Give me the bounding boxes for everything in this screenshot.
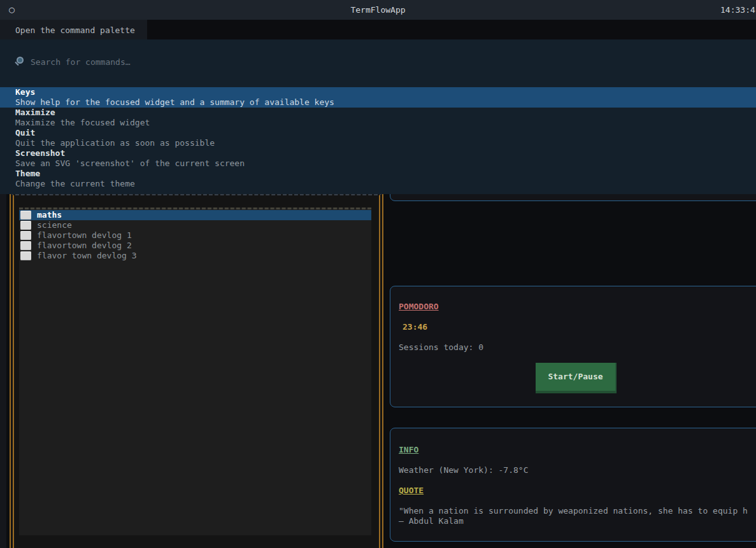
palette-item-description: Show help for the focused widget and a s… <box>15 97 756 108</box>
todo-checkbox[interactable] <box>20 241 31 250</box>
pomodoro-title: POMODORO <box>399 302 439 312</box>
pomodoro-sessions-count: Sessions today: 0 <box>399 342 483 353</box>
palette-item-keys[interactable]: Keys Show help for the focused widget an… <box>0 87 756 108</box>
todo-checkbox[interactable] <box>20 211 31 220</box>
todo-list: maths science flavortown devlog 1 flavor… <box>19 207 371 535</box>
quote-text: "When a nation is surrounded by weaponiz… <box>399 506 748 516</box>
header-clock: 14:33:4 <box>720 5 755 15</box>
palette-list: Keys Show help for the focused widget an… <box>0 87 756 189</box>
quote-attribution: — Abdul Kalam <box>399 516 464 526</box>
palette-item-title: Quit <box>15 128 756 138</box>
palette-item-maximize[interactable]: Maximize Maximize the focused widget <box>0 108 756 128</box>
search-icon <box>17 57 24 64</box>
palette-item-description: Save an SVG 'screenshot' of the current … <box>15 158 756 169</box>
palette-item-description: Quit the application as soon as possible <box>15 138 756 148</box>
todo-item-label: flavor town devlog 3 <box>37 251 137 261</box>
todo-checkbox[interactable] <box>20 221 31 230</box>
palette-item-description: Maximize the focused widget <box>15 118 756 128</box>
tooltip-text: Open the command palette <box>15 25 135 36</box>
todo-item-label: science <box>37 220 72 230</box>
palette-item-title: Screenshot <box>15 148 756 158</box>
todo-item[interactable]: flavortown devlog 2 <box>19 241 371 251</box>
info-widget: INFO Weather (New York): -7.8°C QUOTE "W… <box>390 428 756 542</box>
app-title: TermFlowApp <box>0 5 756 15</box>
palette-item-description: Change the current theme <box>15 179 756 189</box>
todo-item[interactable]: maths <box>19 210 371 220</box>
todo-checkbox[interactable] <box>20 251 31 260</box>
search-input[interactable] <box>31 55 731 69</box>
start-pause-button[interactable]: Start/Pause <box>536 363 617 393</box>
palette-search-row <box>0 55 756 69</box>
todo-item[interactable]: science <box>19 220 371 230</box>
palette-item-screenshot[interactable]: Screenshot Save an SVG 'screenshot' of t… <box>0 148 756 169</box>
todo-item-label: flavortown devlog 1 <box>37 230 132 241</box>
tooltip: Open the command palette <box>0 20 147 39</box>
palette-item-title: Maximize <box>15 108 756 118</box>
left-gutter <box>0 194 6 548</box>
quote-title: QUOTE <box>399 486 424 496</box>
palette-item-title: Keys <box>15 87 756 97</box>
todo-item[interactable]: flavor town devlog 3 <box>19 251 371 261</box>
weather-text: Weather (New York): -7.8°C <box>399 465 529 475</box>
todo-checkbox[interactable] <box>20 231 31 240</box>
todo-item-label: flavortown devlog 2 <box>37 241 132 251</box>
info-title: INFO <box>399 445 418 455</box>
palette-item-title: Theme <box>15 169 756 179</box>
header-bar: ○ TermFlowApp 14:33:4 <box>0 0 756 20</box>
command-palette: Keys Show help for the focused widget an… <box>0 39 756 194</box>
todo-item-label: maths <box>37 210 62 220</box>
pomodoro-widget: POMODORO 23:46 Sessions today: 0 Start/P… <box>390 286 756 407</box>
palette-item-theme[interactable]: Theme Change the current theme <box>0 169 756 189</box>
palette-item-quit[interactable]: Quit Quit the application as soon as pos… <box>0 128 756 148</box>
pomodoro-timer: 23:46 <box>403 322 427 332</box>
todo-item[interactable]: flavortown devlog 1 <box>19 230 371 241</box>
todo-widget: maths science flavortown devlog 1 flavor… <box>10 193 383 548</box>
